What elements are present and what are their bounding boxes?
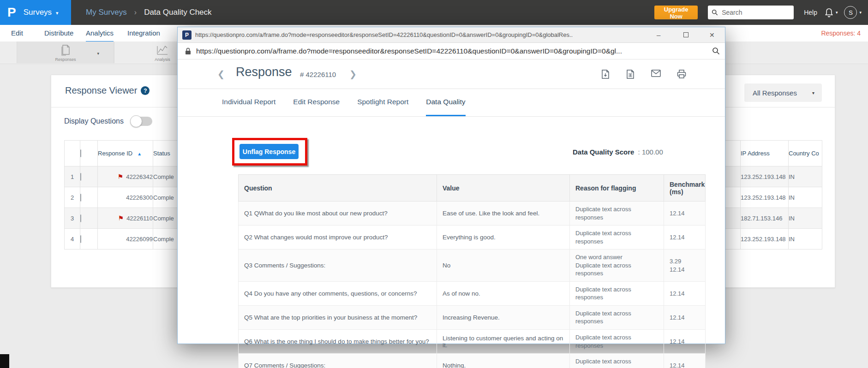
dq-value-cell: Listening to customer queries and acting…	[437, 330, 570, 354]
ip-address-cell: 123.252.193.148	[741, 187, 789, 208]
unflag-response-button[interactable]: Unflag Response	[239, 144, 299, 159]
menu-item-edit[interactable]: Edit	[11, 25, 23, 41]
menu-item-integration[interactable]: Integration	[127, 25, 160, 41]
dq-value-cell: Nothing.	[437, 354, 570, 368]
row-checkbox[interactable]	[80, 235, 81, 243]
chevron-down-icon: ▾	[56, 10, 59, 16]
response-tabs: Individual Report Edit Response Spotligh…	[178, 89, 725, 117]
dq-reason-cell: One word answerDuplicate text across res…	[570, 249, 664, 282]
tab-individual-report[interactable]: Individual Report	[222, 89, 275, 116]
email-icon[interactable]	[651, 70, 661, 77]
menu-item-distribute[interactable]: Distribute	[44, 25, 73, 41]
select-all-checkbox[interactable]	[80, 149, 81, 157]
dq-table-row: Q5 What are the top priorities in your b…	[239, 305, 706, 329]
close-button[interactable]: ✕	[709, 27, 715, 42]
row-select-cell	[80, 166, 98, 187]
dq-table-row: Q4 Do you have any other comments, quest…	[239, 281, 706, 305]
address-url-field[interactable]: https://questionpro.com/a/frame.do?mode=…	[196, 43, 704, 59]
breadcrumb: My Surveys › Data Quality Check	[86, 0, 212, 25]
chevron-down-icon: ▾	[836, 10, 838, 15]
next-response-button[interactable]: ❯	[349, 69, 357, 79]
breadcrumb-survey-name: Data Quality Check	[144, 8, 211, 17]
response-title: Response	[236, 65, 292, 79]
dq-question-cell: Q7 Comments / Suggestions:	[239, 354, 437, 368]
export-excel-icon[interactable]	[626, 70, 635, 79]
dq-benchmark-cell: 3.2912.14	[664, 249, 706, 282]
previous-response-button[interactable]: ❮	[217, 69, 225, 79]
response-id-header[interactable]: Response ID▲	[98, 141, 153, 166]
response-id-cell[interactable]: 42226099	[98, 229, 153, 249]
tab-data-quality[interactable]: Data Quality	[426, 89, 465, 116]
account-menu[interactable]: S ▾	[844, 6, 862, 19]
notifications-button[interactable]: ▾	[825, 8, 838, 18]
dq-value-cell: No	[437, 249, 570, 282]
dq-table-row: Q1 QWhat do you like most about our new …	[239, 202, 706, 226]
maximize-icon	[683, 32, 688, 37]
response-filter-dropdown[interactable]: All Responses ▾	[744, 83, 822, 102]
row-select-cell	[80, 208, 98, 229]
chevron-down-icon: ▾	[859, 10, 862, 15]
dq-header-row: Question Value Reason for flagging Bench…	[239, 175, 706, 202]
lock-icon	[185, 47, 191, 55]
dq-value-header: Value	[437, 175, 570, 202]
flag-icon: ⚑	[118, 214, 124, 222]
upgrade-now-button[interactable]: Upgrade Now	[654, 6, 698, 19]
response-filter-value: All Responses	[753, 89, 797, 97]
ip-address-cell: 123.252.193.148	[741, 229, 789, 249]
dq-reason-cell: Duplicate text across responses	[570, 305, 664, 329]
display-questions-toggle[interactable]	[131, 117, 152, 126]
response-id-cell[interactable]: ⚑42226342	[98, 166, 153, 187]
data-quality-score: Data Quality Score : 100.00	[573, 148, 663, 156]
surveys-product-menu[interactable]: P Surveys ▾	[0, 0, 71, 25]
menu-item-analytics[interactable]: Analytics	[86, 25, 114, 42]
tab-edit-response[interactable]: Edit Response	[293, 89, 340, 116]
annotation-highlight-box: Unflag Response	[232, 138, 307, 166]
table-header-row: 5 IP Address Country Co	[715, 141, 822, 166]
sort-ascending-icon: ▲	[137, 151, 142, 156]
bell-icon	[825, 8, 833, 18]
dialog-titlebar[interactable]: P https://questionpro.com/a/frame.do?mod…	[178, 27, 725, 43]
minimize-button[interactable]: –	[657, 27, 660, 42]
dq-question-header: Question	[239, 175, 437, 202]
dq-benchmark-cell: 12.14	[664, 354, 706, 368]
maximize-button[interactable]	[683, 27, 688, 42]
help-icon[interactable]: ?	[141, 86, 150, 95]
ip-address-header[interactable]: IP Address	[741, 141, 789, 166]
dq-reason-cell: Duplicate text across responses	[570, 330, 664, 354]
table-row[interactable]: 182.71.153.146 IN	[715, 208, 822, 229]
dq-value-cell: Increasing Revenue.	[437, 305, 570, 329]
response-id-cell[interactable]: 42226300	[98, 187, 153, 208]
dq-value-cell: As of now no.	[437, 281, 570, 305]
display-questions-label: Display Questions	[64, 117, 124, 125]
responses-table-right: 5 IP Address Country Co 123.252.193.148 …	[715, 140, 822, 249]
zoom-search-icon[interactable]	[712, 47, 720, 55]
avatar: S	[844, 6, 857, 19]
row-checkbox[interactable]	[80, 214, 81, 222]
dq-benchmark-cell: 12.14	[664, 330, 706, 354]
tab-spotlight-report[interactable]: Spotlight Report	[357, 89, 408, 116]
search-input[interactable]	[721, 8, 787, 17]
dq-benchmark-cell: 12.14	[664, 202, 706, 226]
dq-table-row: Q7 Comments / Suggestions: Nothing. Dupl…	[239, 354, 706, 368]
ip-address-cell: 123.252.193.148	[741, 166, 789, 187]
table-row[interactable]: 123.252.193.148 IN	[715, 187, 822, 208]
row-number: 1	[65, 166, 80, 187]
response-id-cell[interactable]: ⚑42226110	[98, 208, 153, 229]
table-row[interactable]: 123.252.193.148 IN	[715, 166, 822, 187]
top-navbar: P Surveys ▾ My Surveys › Data Quality Ch…	[0, 0, 868, 25]
screen: P Surveys ▾ My Surveys › Data Quality Ch…	[0, 0, 868, 368]
toolbar-responses-button[interactable]: ▾ Responses	[17, 42, 114, 63]
row-checkbox[interactable]	[80, 194, 81, 202]
score-value: : 100.00	[638, 148, 663, 156]
row-checkbox[interactable]	[80, 173, 81, 181]
page-title-row: Response Viewer ?	[65, 85, 150, 96]
dq-benchmark-cell: 12.14	[664, 226, 706, 249]
country-code-header[interactable]: Country Co	[789, 141, 822, 166]
breadcrumb-my-surveys[interactable]: My Surveys	[86, 8, 127, 17]
print-icon[interactable]	[677, 70, 686, 78]
export-pdf-icon[interactable]	[601, 70, 610, 79]
table-row[interactable]: 123.252.193.148 IN	[715, 229, 822, 249]
row-number: 2	[65, 187, 80, 208]
help-link[interactable]: Help	[804, 9, 817, 16]
country-cell: IN	[789, 229, 822, 249]
